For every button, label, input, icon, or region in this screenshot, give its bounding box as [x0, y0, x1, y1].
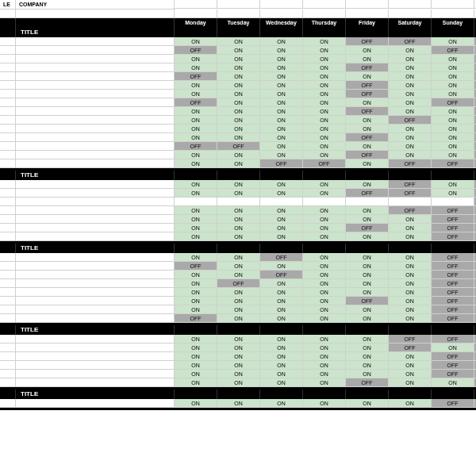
row-name[interactable] — [16, 335, 175, 344]
schedule-cell[interactable]: ON — [175, 189, 217, 198]
schedule-cell[interactable]: OFF — [432, 297, 474, 305]
row-leader[interactable] — [0, 335, 16, 344]
schedule-cell[interactable]: ON — [303, 279, 346, 288]
schedule-cell[interactable]: OFF — [432, 271, 474, 279]
schedule-cell[interactable]: OFF — [432, 215, 474, 224]
schedule-cell[interactable]: ON — [217, 314, 260, 323]
schedule-cell[interactable]: ON — [217, 352, 260, 361]
schedule-cell[interactable]: ON — [175, 215, 217, 224]
schedule-cell[interactable]: ON — [303, 90, 346, 98]
schedule-cell[interactable]: ON — [175, 344, 217, 352]
schedule-cell[interactable]: ON — [217, 399, 260, 408]
schedule-cell[interactable]: ON — [260, 133, 303, 142]
schedule-cell[interactable]: ON — [175, 399, 217, 408]
schedule-cell[interactable]: ON — [303, 206, 346, 215]
schedule-cell[interactable]: OFF — [346, 37, 389, 46]
schedule-cell[interactable]: ON — [346, 46, 389, 55]
schedule-cell[interactable]: ON — [303, 98, 346, 107]
schedule-cell[interactable]: ON — [217, 37, 260, 46]
schedule-cell[interactable]: OFF — [389, 206, 432, 215]
schedule-cell[interactable]: ON — [175, 253, 217, 262]
schedule-cell[interactable]: ON — [389, 142, 432, 151]
row-name[interactable] — [16, 215, 175, 224]
schedule-cell[interactable]: ON — [260, 125, 303, 133]
schedule-cell[interactable]: ON — [260, 142, 303, 151]
schedule-cell[interactable]: OFF — [432, 98, 474, 107]
schedule-cell[interactable]: ON — [260, 305, 303, 314]
schedule-cell[interactable]: ON — [175, 297, 217, 305]
schedule-cell[interactable]: ON — [346, 262, 389, 271]
schedule-cell[interactable] — [346, 198, 389, 206]
schedule-cell[interactable]: ON — [389, 399, 432, 408]
row-leader[interactable] — [0, 189, 16, 198]
schedule-cell[interactable]: OFF — [432, 335, 474, 344]
row-leader[interactable] — [0, 90, 16, 98]
schedule-cell[interactable]: ON — [175, 305, 217, 314]
schedule-cell[interactable] — [389, 198, 432, 206]
row-name[interactable] — [16, 46, 175, 55]
schedule-cell[interactable]: ON — [260, 206, 303, 215]
schedule-cell[interactable]: ON — [432, 142, 474, 151]
schedule-cell[interactable]: ON — [346, 206, 389, 215]
schedule-cell[interactable]: OFF — [346, 81, 389, 90]
schedule-cell[interactable]: ON — [346, 125, 389, 133]
schedule-cell[interactable]: ON — [346, 159, 389, 168]
schedule-cell[interactable]: ON — [260, 344, 303, 352]
row-leader[interactable] — [0, 288, 16, 297]
row-leader[interactable] — [0, 279, 16, 288]
schedule-cell[interactable]: ON — [303, 271, 346, 279]
schedule-cell[interactable]: ON — [175, 370, 217, 378]
schedule-cell[interactable]: ON — [303, 81, 346, 90]
schedule-cell[interactable]: ON — [432, 37, 474, 46]
row-leader[interactable] — [0, 215, 16, 224]
schedule-cell[interactable]: ON — [175, 335, 217, 344]
row-name[interactable] — [16, 116, 175, 125]
row-name[interactable] — [16, 63, 175, 72]
schedule-cell[interactable]: ON — [175, 133, 217, 142]
schedule-cell[interactable]: OFF — [432, 159, 474, 168]
schedule-cell[interactable]: ON — [217, 361, 260, 370]
schedule-cell[interactable]: ON — [217, 46, 260, 55]
schedule-cell[interactable]: ON — [175, 352, 217, 361]
schedule-cell[interactable]: ON — [175, 63, 217, 72]
schedule-cell[interactable]: OFF — [346, 224, 389, 232]
schedule-cell[interactable]: ON — [389, 107, 432, 116]
schedule-cell[interactable]: OFF — [432, 224, 474, 232]
schedule-cell[interactable]: ON — [389, 98, 432, 107]
schedule-cell[interactable]: OFF — [346, 63, 389, 72]
schedule-cell[interactable]: ON — [303, 125, 346, 133]
schedule-cell[interactable]: ON — [303, 288, 346, 297]
schedule-cell[interactable]: ON — [303, 314, 346, 323]
row-leader[interactable] — [0, 253, 16, 262]
schedule-cell[interactable]: OFF — [432, 361, 474, 370]
row-leader[interactable] — [0, 107, 16, 116]
schedule-cell[interactable]: ON — [389, 288, 432, 297]
row-name[interactable] — [16, 297, 175, 305]
schedule-cell[interactable]: ON — [260, 189, 303, 198]
row-name[interactable] — [16, 159, 175, 168]
schedule-cell[interactable]: OFF — [260, 159, 303, 168]
schedule-cell[interactable]: ON — [346, 314, 389, 323]
row-name[interactable] — [16, 224, 175, 232]
schedule-cell[interactable]: ON — [217, 378, 260, 387]
schedule-cell[interactable]: ON — [432, 344, 474, 352]
schedule-cell[interactable]: OFF — [346, 297, 389, 305]
schedule-cell[interactable]: ON — [303, 180, 346, 189]
schedule-cell[interactable]: ON — [217, 370, 260, 378]
schedule-cell[interactable]: ON — [175, 232, 217, 241]
schedule-cell[interactable]: ON — [346, 271, 389, 279]
schedule-cell[interactable]: ON — [260, 232, 303, 241]
schedule-cell[interactable]: ON — [260, 288, 303, 297]
row-leader[interactable] — [0, 206, 16, 215]
schedule-cell[interactable]: OFF — [389, 189, 432, 198]
schedule-cell[interactable]: ON — [389, 215, 432, 224]
schedule-cell[interactable]: ON — [432, 55, 474, 63]
schedule-cell[interactable]: ON — [432, 63, 474, 72]
row-name[interactable] — [16, 253, 175, 262]
schedule-cell[interactable]: ON — [217, 90, 260, 98]
row-name[interactable] — [16, 344, 175, 352]
row-name[interactable] — [16, 81, 175, 90]
row-name[interactable] — [16, 232, 175, 241]
schedule-cell[interactable]: OFF — [175, 98, 217, 107]
row-name[interactable] — [16, 370, 175, 378]
